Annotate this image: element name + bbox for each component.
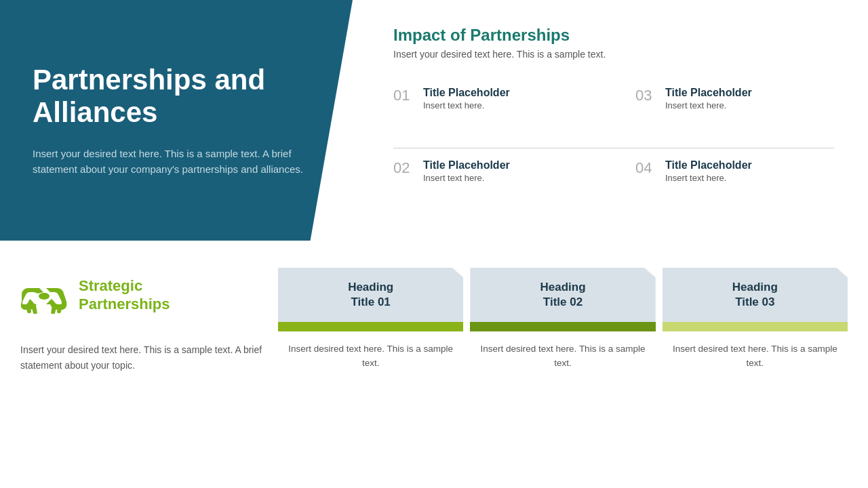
progress-bar-left: [20, 322, 278, 331]
list-item: 04 Title Placeholder Insert text here.: [614, 148, 834, 220]
pb-segment-1: [278, 322, 463, 331]
desc-left: Insert your desired text here. This is a…: [20, 342, 278, 488]
top-section: Partnerships and Alliances Insert your d…: [0, 0, 868, 241]
item-desc: Insert text here.: [423, 100, 510, 110]
desc-left-text: Insert your desired text here. This is a…: [20, 342, 264, 373]
card-title-2: Heading Title 02: [540, 280, 585, 310]
item-title: Title Placeholder: [423, 159, 510, 171]
pb-segment-3: [663, 322, 848, 331]
heading-card-3: Heading Title 03: [663, 268, 848, 322]
card-title-1: Heading Title 01: [348, 280, 393, 310]
item-desc: Insert text here.: [423, 173, 510, 183]
left-panel: Partnerships and Alliances Insert your d…: [0, 0, 353, 241]
numbered-grid: 01 Title Placeholder Insert text here. 0…: [393, 76, 834, 220]
desc-card-2: Insert desired text here. This is a samp…: [470, 342, 655, 488]
item-number: 03: [635, 87, 657, 104]
progress-bar: [20, 322, 848, 331]
item-number: 01: [393, 87, 415, 104]
heading-card-2: Heading Title 02: [470, 268, 655, 322]
right-panel: Impact of Partnerships Insert your desir…: [353, 0, 868, 241]
progress-bar-fill: [278, 322, 848, 331]
section-divider: [0, 241, 868, 247]
item-desc: Insert text here.: [665, 100, 752, 110]
desc-cards: Insert desired text here. This is a samp…: [278, 342, 848, 488]
desc-card-3: Insert desired text here. This is a samp…: [663, 342, 848, 488]
desc-card-1: Insert desired text here. This is a samp…: [278, 342, 463, 488]
list-item: 01 Title Placeholder Insert text here.: [393, 76, 614, 148]
brand-block: Strategic Partnerships: [20, 268, 278, 322]
item-title: Title Placeholder: [665, 87, 752, 99]
item-number: 02: [393, 159, 415, 177]
left-sub-text: Insert your desired text here. This is a…: [33, 146, 305, 178]
impact-desc: Insert your desired text here. This is a…: [393, 49, 834, 60]
card-title-3: Heading Title 03: [732, 280, 778, 310]
list-item: 02 Title Placeholder Insert text here.: [393, 148, 614, 220]
desc-row: Insert your desired text here. This is a…: [20, 331, 848, 488]
item-title: Title Placeholder: [423, 87, 510, 99]
item-desc: Insert text here.: [665, 173, 752, 183]
bottom-header: Strategic Partnerships Heading Title 01 …: [20, 247, 848, 322]
main-title: Partnerships and Alliances: [33, 64, 305, 129]
heading-cards: Heading Title 01 Heading Title 02 Headin…: [278, 268, 848, 322]
brand-label: Strategic Partnerships: [79, 277, 170, 314]
impact-title: Impact of Partnerships: [393, 26, 834, 45]
heading-card-1: Heading Title 01: [278, 268, 463, 322]
handshake-icon: [20, 274, 68, 315]
item-title: Title Placeholder: [665, 159, 752, 171]
svg-point-0: [39, 293, 50, 300]
item-number: 04: [635, 159, 657, 177]
pb-segment-2: [470, 322, 655, 331]
bottom-section: Strategic Partnerships Heading Title 01 …: [0, 247, 868, 488]
list-item: 03 Title Placeholder Insert text here.: [614, 76, 834, 148]
